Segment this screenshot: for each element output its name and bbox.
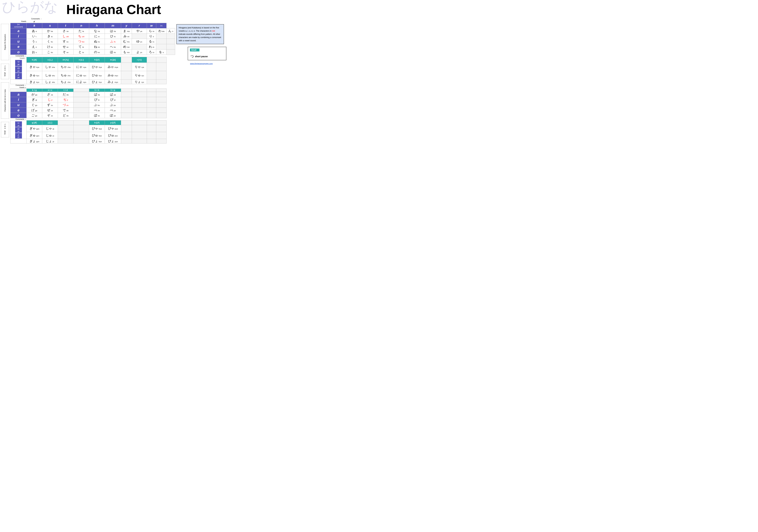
col-m: m bbox=[105, 23, 121, 28]
small2-col-b: b [び] bbox=[89, 120, 105, 125]
cell-i-k: き ki bbox=[42, 34, 58, 39]
page: ひらがな Hiragana Chart Regular 46 character… bbox=[0, 0, 227, 144]
cell-e-s: せ se bbox=[58, 44, 73, 50]
pause-description: short pause bbox=[195, 55, 208, 58]
tentenmaru-col-header-row: k > g s > z t > d h > b h > p bbox=[11, 89, 175, 92]
small-yayuyo-2-label: Small やゆよ bbox=[1, 122, 9, 137]
cell-mya: みゃ mya bbox=[105, 63, 121, 71]
cell-a-t: た ta bbox=[73, 28, 89, 34]
cell-gyu: ぎゅ gyu bbox=[27, 132, 42, 139]
cell-i-y bbox=[132, 34, 147, 39]
cell-u-h: ふ fu bbox=[105, 39, 121, 44]
ttm-row-e: e げ ge ぜ ze で de べ be ぺ pe bbox=[11, 108, 175, 113]
small1-col-ch: ch [ち] bbox=[58, 57, 73, 63]
ttm-col-hp: h > p bbox=[105, 89, 121, 92]
ttm-vowel-u: u bbox=[11, 102, 27, 108]
cell-bya: びゃ bya bbox=[89, 125, 105, 132]
cell-i-m: み mi bbox=[121, 34, 132, 39]
cell-o-s: そ so bbox=[58, 49, 73, 55]
cell-u-y: ゆ yu bbox=[132, 39, 147, 44]
ttm-vowel-i: i bbox=[11, 97, 27, 102]
cell-hyo: ひょ hyo bbox=[89, 80, 105, 84]
small-yayuyo-1-text: Small やゆよ bbox=[4, 67, 6, 77]
cell-nya: にゃ nya bbox=[73, 63, 89, 71]
cell-hya: ひゃ hya bbox=[89, 63, 105, 71]
cell-sha: しゃ sha bbox=[42, 63, 58, 71]
vowels-arrow-label: Vowels bbox=[11, 20, 27, 23]
cell-a-n: な na bbox=[89, 28, 105, 34]
cell-ji2: ぢ ji bbox=[58, 97, 73, 102]
pause-header-label: Small ○ bbox=[190, 49, 199, 51]
small2-ya-row: ぎゃ gya じゃ ja びゃ bya ぴゃ pya bbox=[11, 125, 175, 132]
cell-i-t: ち chi bbox=[73, 34, 89, 39]
tentenmaru-text: Characters with ten ten or maru bbox=[4, 89, 6, 112]
website-link[interactable]: www.thejapanesepage.com bbox=[176, 63, 226, 64]
pause-kana: っ bbox=[190, 53, 194, 58]
vowel-a: a bbox=[11, 28, 27, 34]
cell-gyo: ぎょ gyo bbox=[27, 139, 42, 144]
cell-e-n: ね ne bbox=[89, 44, 105, 50]
cell-a-y: や ya bbox=[132, 28, 147, 34]
cell-a-w: わ wa bbox=[156, 28, 166, 34]
cell-bi: び bi bbox=[89, 97, 105, 102]
cell-pu: ぷ pu bbox=[105, 102, 121, 108]
cell-be: べ be bbox=[89, 108, 105, 113]
col-n: n bbox=[73, 23, 89, 28]
cell-gi: ぎ gi bbox=[27, 97, 42, 102]
consonants-arrow-label: Consonants → bbox=[11, 18, 42, 20]
small1-col-n: n [に] bbox=[73, 57, 89, 63]
cell-o-r: ろ ro bbox=[147, 49, 156, 55]
vowels-arrow-row: Vowels ↙ bbox=[11, 20, 175, 23]
small2-arrows-row: Consonants → bbox=[11, 118, 175, 120]
cell-kyu: きゅ kyu bbox=[27, 71, 42, 80]
small2-col-g: g [ぎ] bbox=[27, 120, 42, 125]
cell-ba: ば ba bbox=[89, 92, 105, 97]
bg-hiragana: ひらがな bbox=[2, 0, 58, 14]
col-r: r bbox=[132, 23, 147, 28]
cell-kya: きゃ kya bbox=[27, 63, 42, 71]
small-yayuyo-2-text: Small やゆよ bbox=[4, 125, 6, 135]
cell-u-no-cons: う u bbox=[27, 39, 42, 44]
cell-a-m: ま ma bbox=[121, 28, 132, 34]
vowel-o: o bbox=[11, 49, 27, 55]
col-w: w bbox=[147, 23, 156, 28]
cell-o-t: と to bbox=[73, 49, 89, 55]
cell-e-m: め me bbox=[121, 44, 132, 50]
pause-content: っ short pause bbox=[190, 53, 224, 59]
ttm-vowel-e: e bbox=[11, 108, 27, 113]
cell-o-no-cons: お o bbox=[27, 49, 42, 55]
ttm-col-sz: s > z bbox=[42, 89, 58, 92]
small2-yo-row: ぎょ gyo じょ jo びょ byo ぴょ pyo bbox=[11, 139, 175, 144]
small1-ya-row: きゃ kya しゃ sha ちゃ cha にゃ nya ひゃ hya みゃ my… bbox=[11, 63, 175, 71]
cell-pya: ぴゃ pya bbox=[105, 125, 121, 132]
tentenmaru-label: Characters with ten ten or maru bbox=[1, 83, 9, 119]
cell-e-r: れ re bbox=[147, 44, 156, 50]
cell-zu2: づ zu bbox=[58, 102, 73, 108]
cell-nyu: にゅ nyu bbox=[73, 71, 89, 80]
tentenmaru-arrows-row: Consonants → bbox=[11, 84, 175, 86]
cell-o-k: こ ko bbox=[42, 49, 58, 55]
row-u: u う u く ku す su つ tsu ぬ nu ふ fu む mu ゆ y… bbox=[11, 39, 175, 44]
col-no-consonant: [noconsonant] bbox=[11, 23, 27, 28]
cell-myo: みょ myo bbox=[105, 80, 121, 84]
cell-o-h: ほ ho bbox=[105, 49, 121, 55]
cell-o-y: よ yo bbox=[132, 49, 147, 55]
cell-ryu: りゅ ryu bbox=[132, 71, 147, 80]
cell-o-n-lone bbox=[167, 49, 175, 55]
cell-zu: ず zu bbox=[42, 102, 58, 108]
cell-u-n: ぬ nu bbox=[89, 39, 105, 44]
cell-pa: ぱ pa bbox=[105, 92, 121, 97]
small1-arrows-row: Consonants → bbox=[11, 55, 175, 57]
cell-a-n-lone: ん n bbox=[167, 28, 175, 34]
small1-yo-row: きょ kyo しょ sho ちょ cho によ nyo ひょ hyo みょ my… bbox=[11, 80, 175, 84]
ttm-row-i: i ぎ gi じ ji ぢ ji び bi ぴ pi bbox=[11, 97, 175, 102]
col-s: s bbox=[42, 23, 58, 28]
cell-ju: じゅ ju bbox=[42, 132, 58, 139]
small1-yu-row: きゅ kyu しゅ shu ちゅ chu にゅ nyu ひゅ hyu みゅ my… bbox=[11, 71, 175, 80]
vowel-u: u bbox=[11, 39, 27, 44]
cell-nyo: によ nyo bbox=[73, 80, 89, 84]
cell-pi: ぴ pi bbox=[105, 97, 121, 102]
cell-i-n: に ni bbox=[89, 34, 105, 39]
small1-col-s: s [し] bbox=[42, 57, 58, 63]
cell-cho: ちょ cho bbox=[58, 80, 73, 84]
